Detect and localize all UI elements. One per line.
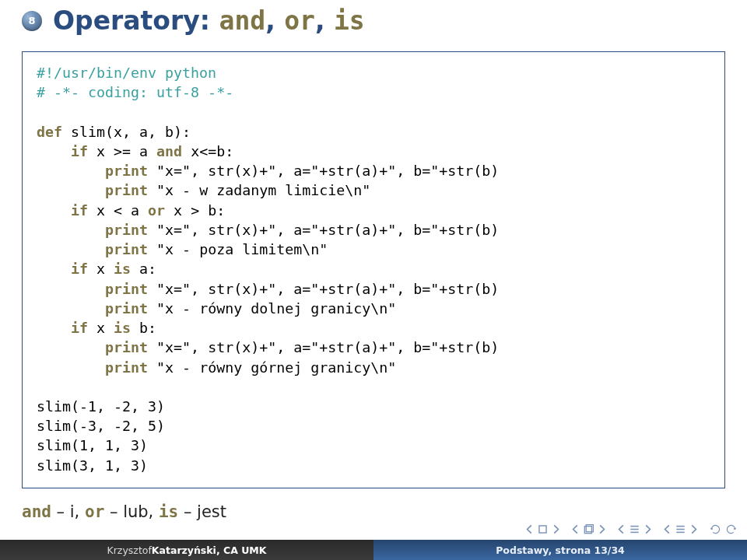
nav-prev-icon[interactable]	[663, 524, 673, 537]
code-content: #!/usr/bin/env python # -*- coding: utf-…	[37, 63, 710, 475]
code-text: x >= a	[88, 143, 156, 159]
code-call: slim(3, 1, 3)	[37, 457, 148, 474]
title-keyword-and: and	[219, 5, 266, 36]
code-shebang: #!/usr/bin/env python	[37, 65, 216, 81]
kw-or: or	[148, 202, 165, 219]
nav-next-icon[interactable]	[642, 524, 652, 537]
nav-back-group[interactable]	[709, 523, 738, 538]
kw-print: print	[105, 339, 148, 355]
code-text: "x=", str(x)+", a="+str(a)+", b="+str(b)	[148, 222, 499, 238]
code-text: x < a	[88, 202, 148, 219]
note-text: – jest	[178, 502, 226, 521]
code-call: slim(1, 1, 3)	[37, 437, 148, 453]
note-kw-is: is	[159, 502, 178, 521]
nav-prev-icon[interactable]	[617, 524, 627, 537]
title-row: 8 Operatory: and, or, is	[22, 5, 725, 36]
nav-prev-icon[interactable]	[525, 524, 535, 537]
nav-doc-group[interactable]	[663, 524, 698, 537]
nav-prev-icon[interactable]	[571, 524, 581, 537]
code-coding: # -*- coding: utf-8 -*-	[37, 84, 233, 100]
code-text: "x - równy dolnej granicy\n"	[148, 300, 396, 317]
nav-subsection-group[interactable]	[571, 524, 606, 537]
kw-print: print	[105, 300, 148, 317]
kw-print: print	[105, 182, 148, 198]
note-text: – i,	[51, 502, 85, 521]
kw-if: if	[71, 261, 88, 277]
kw-def: def	[37, 124, 62, 140]
nav-next-icon[interactable]	[688, 524, 698, 537]
code-text: "x - równy górnej granicy\n"	[148, 359, 396, 376]
nav-frame-icon	[538, 524, 548, 537]
note-kw-or: or	[85, 502, 104, 521]
footer: Krzysztof Katarzyński, CA UMK Podstawy, …	[0, 540, 747, 560]
code-call: slim(-3, -2, 5)	[37, 418, 165, 434]
kw-print: print	[105, 281, 148, 297]
kw-is: is	[114, 261, 131, 277]
code-text: x<=b:	[182, 143, 233, 159]
kw-if: if	[71, 320, 88, 336]
code-text: "x=", str(x)+", a="+str(a)+", b="+str(b)	[148, 339, 499, 355]
note-kw-and: and	[22, 502, 51, 521]
nav-bars-icon	[675, 524, 686, 537]
svg-rect-0	[539, 526, 546, 533]
code-text: "x - poza limitem\n"	[148, 241, 328, 257]
code-text: slim(x, a, b):	[62, 124, 191, 140]
title-comma: ,	[265, 5, 275, 36]
code-text: x	[88, 261, 114, 277]
code-listing: #!/usr/bin/env python # -*- coding: utf-…	[22, 51, 725, 488]
footer-author-plain: Krzysztof	[107, 544, 152, 556]
code-text: a:	[131, 261, 156, 277]
nav-redo-icon[interactable]	[724, 523, 738, 538]
kw-print: print	[105, 163, 148, 179]
footer-author-bold: Katarzyński, CA UMK	[152, 544, 267, 556]
code-text: "x=", str(x)+", a="+str(a)+", b="+str(b)	[148, 281, 499, 297]
footer-author: Krzysztof Katarzyński, CA UMK	[0, 540, 374, 560]
code-text: x > b:	[165, 202, 225, 219]
nav-slide-group[interactable]	[525, 524, 560, 537]
title-comma: ,	[315, 5, 325, 36]
kw-print: print	[105, 222, 148, 238]
nav-bars-icon	[630, 524, 640, 537]
nav-undo-icon[interactable]	[709, 523, 722, 538]
kw-print: print	[105, 359, 148, 376]
code-text: "x - w zadanym limicie\n"	[148, 182, 370, 198]
nav-next-icon[interactable]	[550, 524, 560, 537]
footer-page: Podstawy, strona 13/34	[374, 540, 747, 560]
title-text: Operatory:	[53, 5, 210, 36]
kw-and: and	[156, 143, 182, 159]
code-call: slim(-1, -2, 3)	[37, 398, 165, 415]
title-keyword-is: is	[334, 5, 365, 36]
nav-next-icon[interactable]	[596, 524, 606, 537]
kw-is: is	[114, 320, 131, 336]
nav-section-group[interactable]	[617, 524, 652, 537]
kw-if: if	[71, 202, 88, 219]
code-text: b:	[131, 320, 156, 336]
nav-stack-icon	[584, 524, 594, 537]
summary-note: and – i, or – lub, is – jest	[22, 502, 725, 521]
beamer-nav	[525, 523, 738, 538]
slide-number-badge: 8	[22, 11, 42, 31]
title-keyword-or: or	[284, 5, 315, 36]
kw-print: print	[105, 241, 148, 257]
code-text: "x=", str(x)+", a="+str(a)+", b="+str(b)	[148, 163, 499, 179]
note-text: – lub,	[104, 502, 159, 521]
kw-if: if	[71, 143, 88, 159]
slide-title: Operatory: and, or, is	[53, 5, 365, 36]
code-text: x	[88, 320, 114, 336]
